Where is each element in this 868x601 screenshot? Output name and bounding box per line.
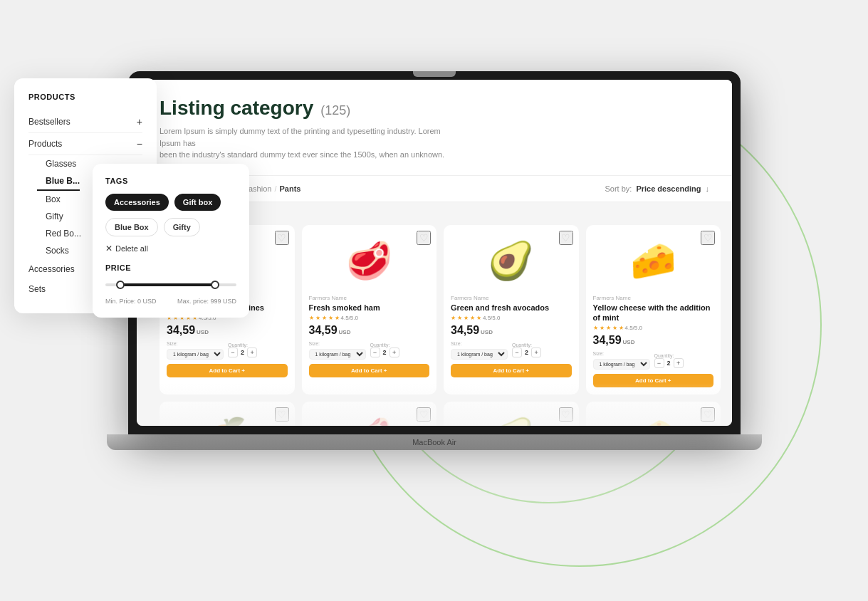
size-qty-row-4: Size: 1 kilogram / bag Quantity: − 2 +	[593, 351, 714, 370]
size-select-2[interactable]: 1 kilogram / bag	[309, 349, 366, 360]
qty-value-2: 2	[383, 349, 387, 356]
add-to-cart-1[interactable]: Add to Cart +	[167, 364, 288, 377]
add-to-cart-3[interactable]: Add to Cart +	[451, 364, 572, 377]
wishlist-button-3[interactable]: ♡	[559, 231, 573, 245]
wishlist-button-7[interactable]: ♡	[559, 407, 573, 422]
sidebar-subitem-bluebox[interactable]: Blue B...	[37, 172, 80, 191]
page-header: Listing category (125) Lorem Ipsum is si…	[137, 80, 732, 176]
tags-row-1: Accessories Gift box	[105, 194, 236, 211]
size-select-4[interactable]: 1 kilogram / bag	[593, 359, 650, 370]
product-image-7: 🥑	[451, 409, 572, 426]
size-label-2: Size:	[309, 341, 366, 346]
qty-col-2: Quantity: − 2 +	[370, 343, 399, 357]
tag-accessories[interactable]: Accessories	[105, 194, 169, 211]
qty-label-2: Quantity:	[370, 343, 399, 347]
product-stars-4: ★ ★ ★ ★ ★ 4.5/5.0	[593, 325, 714, 331]
delete-all-button[interactable]: ✕ Delete all	[105, 244, 236, 254]
product-price-2: 34,59	[309, 324, 338, 337]
product-card-5: 🍊 ♡ Farmers Name Golden Sweet Mandarines…	[160, 402, 295, 426]
product-currency-4: USD	[623, 339, 635, 345]
add-to-cart-2[interactable]: Add to Cart +	[309, 364, 430, 377]
price-min-label: Min. Price: 0 USD	[105, 298, 157, 305]
sidebar-item-products[interactable]: Products −	[28, 133, 142, 155]
size-label-1: Size:	[167, 341, 224, 346]
size-col-1: Size: 1 kilogram / bag	[167, 341, 224, 360]
qty-col-4: Quantity: − 2 +	[654, 353, 684, 368]
rating-text-2: 4.5/5.0	[341, 315, 358, 321]
product-emoji-8: 🧀	[630, 419, 676, 426]
qty-label-1: Quantity:	[228, 343, 257, 347]
product-price-4: 34,59	[593, 334, 622, 347]
farmer-name-4: Farmers Name	[593, 295, 714, 301]
qty-col-1: Quantity: − 2 +	[228, 343, 257, 357]
product-emoji-3: 🥑	[488, 242, 534, 279]
size-select-3[interactable]: 1 kilogram / bag	[451, 349, 508, 360]
price-slider-min-thumb[interactable]	[116, 281, 125, 289]
tag-gifty[interactable]: Gifty	[164, 218, 200, 236]
sort-value[interactable]: Price descending	[636, 184, 701, 193]
qty-plus-2[interactable]: +	[389, 347, 399, 357]
price-slider-fill	[118, 283, 216, 286]
product-card-7: 🥑 ♡ Farmers Name Green and fresh avocado…	[444, 402, 579, 426]
product-card-4: 🧀 ♡ Farmers Name Yellow cheese with the …	[586, 225, 721, 395]
product-name-4: Yellow cheese with the addition of mint	[593, 303, 714, 323]
tags-title: TAGS	[105, 177, 236, 185]
macbook-label: MacBook Air	[412, 438, 456, 446]
qty-minus-1[interactable]: −	[228, 347, 238, 357]
tag-giftbox[interactable]: Gift box	[174, 194, 221, 211]
product-emoji-7: 🥑	[488, 419, 534, 426]
sidebar-bestsellers-icon: +	[137, 116, 142, 127]
breadcrumb-pants[interactable]: Pants	[279, 184, 300, 193]
qty-label-4: Quantity:	[654, 353, 684, 358]
size-qty-row-3: Size: 1 kilogram / bag Quantity: − 2 +	[451, 341, 572, 360]
price-slider-max-thumb[interactable]	[211, 281, 219, 289]
qty-plus-4[interactable]: +	[674, 358, 684, 368]
product-emoji-4: 🧀	[630, 242, 676, 279]
page-description: Lorem Ipsum is simply dummy text of the …	[160, 125, 459, 161]
wishlist-button-6[interactable]: ♡	[417, 407, 431, 422]
qty-control-4: − 2 +	[654, 358, 684, 368]
macbook-notch	[413, 71, 456, 77]
size-label-3: Size:	[451, 341, 508, 346]
price-section-title: PRICE	[105, 263, 236, 272]
tag-bluebox[interactable]: Blue Box	[105, 218, 158, 236]
product-card-3: 🥑 ♡ Farmers Name Green and fresh avocado…	[444, 225, 579, 395]
product-image-4: 🧀	[593, 232, 714, 289]
scene: Listing category (125) Lorem Ipsum is si…	[0, 0, 868, 601]
product-price-3: 34,59	[451, 324, 479, 337]
qty-value-3: 2	[525, 349, 528, 356]
rating-text-4: 4.5/5.0	[625, 325, 642, 331]
page-count: (125)	[320, 103, 350, 118]
price-slider-track[interactable]	[105, 283, 236, 286]
wishlist-button-5[interactable]: ♡	[275, 407, 289, 422]
qty-minus-2[interactable]: −	[370, 347, 380, 357]
product-stars-2: ★ ★ ★ ★ ★ 4.5/5.0	[309, 315, 430, 321]
product-image-3: 🥑	[451, 232, 572, 289]
page-title-row: Listing category (125)	[160, 97, 709, 120]
farmer-name-2: Farmers Name	[309, 295, 430, 301]
size-select-1[interactable]: 1 kilogram / bag	[167, 349, 224, 360]
wishlist-button-8[interactable]: ♡	[701, 407, 715, 422]
wishlist-button-1[interactable]: ♡	[275, 231, 289, 245]
size-col-4: Size: 1 kilogram / bag	[593, 351, 650, 370]
product-image-8: 🧀	[593, 409, 714, 426]
wishlist-button-4[interactable]: ♡	[701, 231, 715, 245]
qty-minus-3[interactable]: −	[512, 347, 522, 357]
qty-plus-3[interactable]: +	[531, 347, 541, 357]
product-currency-2: USD	[339, 329, 351, 335]
sidebar-products-icon: −	[137, 138, 142, 150]
price-row-1: 34,59 USD	[167, 324, 288, 337]
product-card-8: 🧀 ♡ Farmers Name Yellow cheese with the …	[586, 402, 721, 426]
sidebar-item-bestsellers[interactable]: Bestsellers +	[28, 111, 142, 133]
product-emoji-6: 🥩	[346, 419, 392, 426]
sidebar-products-label: Products	[28, 139, 62, 149]
add-to-cart-4[interactable]: Add to Cart +	[593, 374, 714, 387]
tags-row-2: Blue Box Gifty	[105, 218, 236, 236]
wishlist-button-2[interactable]: ♡	[417, 231, 431, 245]
size-label-4: Size:	[593, 351, 650, 356]
qty-minus-4[interactable]: −	[654, 358, 664, 368]
farmer-name-3: Farmers Name	[451, 295, 572, 301]
qty-plus-1[interactable]: +	[247, 347, 257, 357]
qty-control-3: − 2 +	[512, 347, 541, 357]
product-stars-3: ★ ★ ★ ★ ★ 4.5/5.0	[451, 315, 572, 321]
